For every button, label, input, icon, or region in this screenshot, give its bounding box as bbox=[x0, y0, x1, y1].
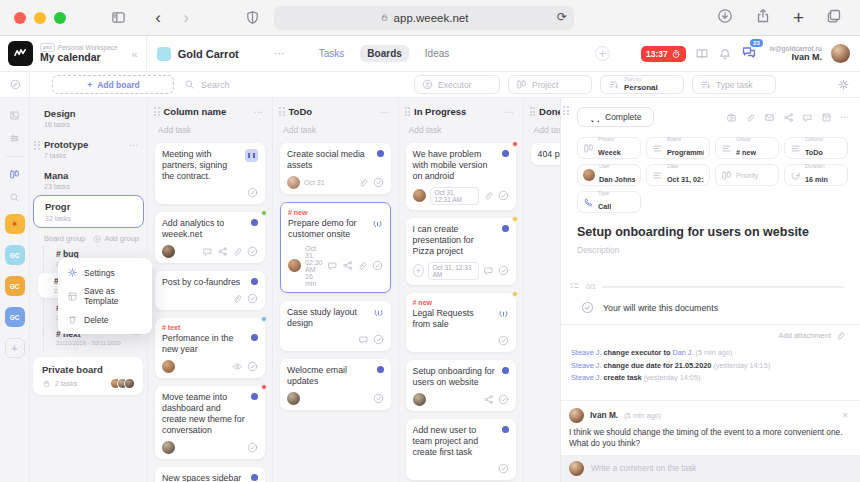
new-tab-button[interactable]: + bbox=[793, 8, 804, 27]
camera-icon[interactable] bbox=[726, 112, 737, 123]
add-group-button[interactable]: Add group bbox=[93, 234, 139, 243]
add-task-field[interactable]: Add task bbox=[399, 121, 523, 143]
task-card[interactable]: Add new user to team project and create … bbox=[406, 419, 516, 480]
task-card[interactable]: New spaces sidebar navigation design bbox=[155, 467, 265, 482]
tab-tasks[interactable]: Tasks bbox=[312, 45, 352, 62]
task-card[interactable]: # new Legal Requests from sale bbox=[406, 293, 516, 352]
more-icon[interactable]: ⋯ bbox=[840, 112, 850, 122]
description-placeholder[interactable]: Description bbox=[561, 239, 860, 255]
task-title[interactable]: Setup onboarding for users on website bbox=[561, 213, 860, 239]
board-name[interactable]: Gold Carrot bbox=[178, 48, 239, 60]
add-icon[interactable]: + bbox=[595, 46, 610, 61]
field-user[interactable]: UserDan Johnson bbox=[577, 164, 641, 186]
collapse-sidebar-icon[interactable]: « bbox=[132, 48, 138, 60]
task-card[interactable]: Meeting with partners, signing the contr… bbox=[155, 143, 265, 204]
complete-icon[interactable] bbox=[373, 393, 384, 404]
column-title[interactable]: Done bbox=[539, 106, 560, 117]
attachment-icon[interactable] bbox=[357, 260, 368, 271]
task-card[interactable]: Post by co-faundres bbox=[155, 271, 265, 310]
tab-boards[interactable]: Boards bbox=[360, 45, 408, 62]
comments-icon[interactable] bbox=[483, 265, 494, 276]
forward-button[interactable]: › bbox=[172, 6, 200, 30]
column-more-icon[interactable]: ⋯ bbox=[380, 107, 390, 117]
complete-icon[interactable] bbox=[498, 394, 509, 405]
zoom-window-button[interactable] bbox=[54, 12, 66, 24]
drag-handle-icon[interactable] bbox=[530, 107, 536, 116]
field-type[interactable]: TypeCall bbox=[577, 191, 641, 213]
field-date[interactable]: DateOct 31, 02:30 AM bbox=[646, 164, 710, 186]
add-attachment-button[interactable]: Add attachment bbox=[561, 324, 860, 346]
assignee-avatar[interactable] bbox=[287, 392, 300, 405]
complete-icon[interactable] bbox=[373, 334, 384, 345]
downloads-button[interactable] bbox=[717, 8, 733, 24]
assignee-avatar[interactable] bbox=[287, 176, 300, 189]
assign-executor-button[interactable]: + bbox=[413, 264, 424, 277]
menu-item-delete[interactable]: Delete bbox=[58, 310, 152, 329]
assignee-avatar[interactable] bbox=[162, 360, 175, 373]
sidebar-board-prototype[interactable]: Prototype7 tasks ⋯ bbox=[30, 134, 147, 165]
workspace-avatar-2[interactable]: GC bbox=[5, 245, 25, 265]
complete-icon[interactable] bbox=[372, 260, 383, 271]
column-more-icon[interactable]: ⋯ bbox=[505, 107, 515, 117]
task-card[interactable]: I can create presentation for Pizza proj… bbox=[406, 218, 516, 285]
task-card[interactable]: We have problem with mobile version on a… bbox=[406, 143, 516, 210]
weeek-logo[interactable] bbox=[8, 41, 33, 66]
board-more-icon[interactable]: ⋯ bbox=[274, 47, 286, 60]
assignee-avatar[interactable] bbox=[288, 259, 301, 272]
check-circle-icon[interactable] bbox=[581, 301, 594, 314]
tab-ideas[interactable]: Ideas bbox=[418, 45, 456, 62]
calendar-title[interactable]: My calendar bbox=[40, 52, 118, 64]
tab-overview-button[interactable] bbox=[826, 8, 842, 24]
knowledge-base-icon[interactable] bbox=[695, 47, 709, 61]
complete-icon[interactable] bbox=[247, 246, 258, 257]
field-priority[interactable]: Priority bbox=[715, 164, 779, 186]
back-button[interactable]: ‹ bbox=[144, 6, 172, 30]
complete-icon[interactable] bbox=[247, 187, 258, 198]
task-card[interactable]: Setup onboarding for users on website bbox=[406, 360, 516, 411]
add-task-field[interactable]: Add task bbox=[524, 121, 560, 143]
media-view-icon[interactable] bbox=[9, 110, 20, 121]
complete-icon[interactable] bbox=[498, 265, 509, 276]
messages-icon[interactable]: 23 bbox=[741, 44, 757, 64]
attachment-icon[interactable] bbox=[483, 190, 494, 201]
complete-icon[interactable] bbox=[498, 190, 509, 201]
checklist-item[interactable]: Your will write this documents bbox=[561, 292, 860, 324]
field-board[interactable]: BoardProgramming bbox=[646, 137, 710, 159]
complete-task-button[interactable]: Complete bbox=[577, 107, 654, 127]
task-card[interactable]: Move teame into dashboard and create new… bbox=[155, 386, 265, 459]
task-card[interactable]: 404 page design bbox=[531, 143, 560, 165]
menu-item-save-template[interactable]: Save as Template bbox=[58, 282, 152, 310]
drag-handle-icon[interactable] bbox=[405, 107, 411, 116]
workspace-avatar-4[interactable]: GC bbox=[5, 307, 25, 327]
field-duration[interactable]: Duration16 min bbox=[784, 164, 848, 186]
workspace-avatar-1[interactable]: ✶ bbox=[5, 214, 25, 234]
rail-search-icon[interactable] bbox=[9, 192, 20, 203]
drag-handle-icon[interactable] bbox=[279, 107, 285, 116]
workspace-avatar-3[interactable]: GC bbox=[5, 276, 25, 296]
timer-badge[interactable]: 13:37 bbox=[641, 46, 686, 62]
attachment-icon[interactable] bbox=[745, 112, 756, 123]
board-settings-gear-icon[interactable] bbox=[837, 78, 850, 91]
comment-input[interactable] bbox=[591, 460, 850, 476]
type-task-filter[interactable]: Type task bbox=[692, 75, 776, 94]
privacy-shield-icon[interactable] bbox=[238, 6, 266, 30]
address-bar[interactable]: app.weeek.net ⟳ bbox=[274, 6, 574, 30]
sidebar-board-management[interactable]: Mana23 tasks bbox=[30, 165, 147, 196]
task-card[interactable]: # text Perfomance in the new year bbox=[155, 318, 265, 378]
task-card[interactable]: Create social media assets Oct 31 bbox=[280, 143, 391, 194]
column-title[interactable]: ToDo bbox=[289, 106, 313, 117]
share-icon[interactable] bbox=[483, 394, 494, 405]
attachment-icon[interactable] bbox=[358, 177, 369, 188]
watch-icon[interactable] bbox=[232, 361, 243, 372]
traffic-lights[interactable] bbox=[14, 12, 74, 24]
drag-handle-icon[interactable] bbox=[34, 141, 40, 150]
column-more-icon[interactable]: ⋯ bbox=[254, 107, 264, 117]
minimize-window-button[interactable] bbox=[34, 12, 46, 24]
share-button[interactable] bbox=[755, 8, 771, 24]
complete-icon[interactable] bbox=[498, 335, 509, 346]
assignee-avatar[interactable] bbox=[413, 189, 426, 202]
assignee-avatar[interactable] bbox=[413, 393, 426, 406]
add-task-field[interactable]: Add task bbox=[148, 121, 272, 143]
comments-icon[interactable] bbox=[802, 112, 813, 123]
filters-sliders-icon[interactable] bbox=[9, 133, 20, 144]
